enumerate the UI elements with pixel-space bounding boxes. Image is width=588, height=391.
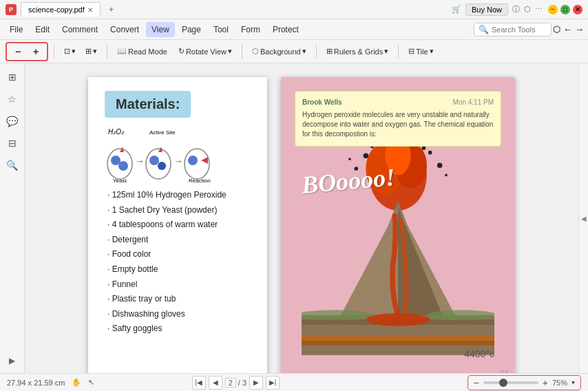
list-item: Empty bottle [105, 262, 253, 277]
materials-title: Materials: [105, 91, 191, 118]
rulers-dropdown-icon: ▾ [384, 47, 388, 56]
title-bar: P science-copy.pdf ✕ + 🛒 Buy Now ⓘ ⬡ ⋯ −… [0, 0, 588, 19]
readmode-icon: 📖 [117, 47, 127, 56]
forward-icon[interactable]: → [575, 24, 584, 34]
list-item: Food color [105, 247, 253, 262]
rulers-label: Rulers & Grids [334, 47, 384, 56]
read-mode-btn[interactable]: 📖 Read Mode [113, 45, 171, 58]
info-icon: ⓘ [512, 4, 520, 14]
svg-text:→: → [174, 156, 183, 167]
tab-close-btn[interactable]: ✕ [87, 6, 93, 14]
comment-header: Brook Wells Mon 4:11 PM [302, 98, 494, 106]
toolbar-separator-4 [316, 45, 317, 59]
active-tab[interactable]: science-copy.pdf ✕ [21, 2, 101, 17]
pdf-scroll-area[interactable]: Materials: H₂O₂ Active Site Yeast → [25, 63, 578, 373]
zoom-in-status-btn[interactable]: + [543, 377, 548, 388]
new-tab-btn[interactable]: + [105, 3, 118, 17]
page-number: 03 [501, 370, 508, 373]
svg-point-25 [437, 163, 442, 168]
zoom-in-btn[interactable]: + [28, 45, 44, 59]
right-sidebar-toggle[interactable]: ◀ [578, 63, 588, 373]
menu-comment[interactable]: Comment [56, 22, 103, 37]
buy-now-btn[interactable]: Buy Now [465, 3, 508, 16]
sidebar-item-pages[interactable]: ⊞ [4, 69, 21, 85]
cart-icon: 🛒 [452, 5, 461, 14]
minimize-btn[interactable]: − [548, 5, 558, 14]
pdf-page-left: Materials: H₂O₂ Active Site Yeast → [88, 77, 267, 373]
list-item: 4 tablespoons of warm water [105, 218, 253, 233]
sidebar-item-layers[interactable]: ⊟ [4, 135, 21, 151]
search-box[interactable]: 🔍 [474, 23, 552, 36]
list-item: Plastic tray or tub [105, 292, 253, 307]
sidebar-item-bookmarks[interactable]: ☆ [4, 91, 21, 107]
zoom-slider[interactable] [483, 381, 538, 384]
page-current-num[interactable]: 2 [225, 378, 236, 388]
title-bar-left: P science-copy.pdf ✕ + [6, 2, 118, 17]
tile-btn[interactable]: ⊟ Tile ▾ [404, 45, 437, 58]
last-page-btn[interactable]: ▶| [266, 376, 280, 390]
next-page-btn[interactable]: ▶ [249, 376, 263, 390]
zoom-dropdown-icon[interactable]: ▾ [571, 379, 575, 386]
share-ext-icon[interactable]: ⬡ [553, 24, 560, 34]
sidebar-collapse-btn[interactable]: ▶ [6, 354, 19, 368]
menu-page[interactable]: Page [176, 22, 207, 37]
zoom-out-btn[interactable]: − [10, 45, 26, 59]
fullscreen-icon: ⊞ [85, 47, 92, 56]
prev-page-btn[interactable]: ◀ [209, 376, 222, 390]
sidebar-item-comments[interactable]: 💬 [4, 113, 21, 129]
current-page: 2 / 3 [225, 379, 246, 387]
rotate-dropdown-icon: ▾ [228, 47, 232, 56]
svg-point-10 [158, 162, 166, 170]
rotate-icon: ↻ [178, 47, 185, 56]
first-page-btn[interactable]: |◀ [192, 376, 206, 390]
svg-point-14 [188, 156, 198, 165]
molecule-diagram: H₂O₂ Active Site Yeast → [105, 126, 215, 188]
svg-point-22 [364, 154, 368, 158]
background-label: Background [260, 47, 301, 56]
volcano-container [295, 118, 501, 373]
sidebar-item-search[interactable]: 🔍 [4, 157, 21, 173]
bg-icon: ⬡ [252, 47, 259, 56]
tile-icon: ⊟ [408, 47, 414, 56]
comment-author: Brook Wells [302, 98, 342, 106]
menu-tool[interactable]: Tool [208, 22, 234, 37]
menu-convert[interactable]: Convert [105, 22, 145, 37]
rotate-view-btn[interactable]: ↻ Rotate View ▾ [174, 45, 236, 58]
list-item: Funnel [105, 277, 253, 293]
menu-edit[interactable]: Edit [30, 22, 55, 37]
svg-point-27 [422, 146, 426, 150]
back-icon[interactable]: ← [563, 24, 572, 34]
rotate-label: Rotate View [186, 47, 227, 56]
menu-protect[interactable]: Protect [267, 22, 304, 37]
tile-dropdown-icon: ▾ [430, 47, 434, 56]
cursor-icon[interactable]: ↖ [88, 378, 94, 387]
search-input[interactable] [492, 25, 547, 34]
svg-text:Active Site: Active Site [149, 129, 176, 136]
full-screen-btn[interactable]: ⊞ ▾ [81, 45, 101, 58]
app-icon: P [6, 4, 17, 15]
fit-page-btn[interactable]: ⊡ ▾ [60, 45, 80, 58]
svg-marker-15 [201, 157, 208, 164]
list-item: 1 Sachet Dry Yeast (powder) [105, 203, 253, 218]
rulers-grids-btn[interactable]: ⊞ Rulers & Grids ▾ [322, 45, 393, 58]
background-btn[interactable]: ⬡ Background ▾ [248, 45, 311, 58]
menu-bar: File Edit Comment Convert View Page Tool… [0, 19, 588, 40]
list-item: Dishwashing gloves [105, 307, 253, 322]
comment-time: Mon 4:11 PM [453, 98, 494, 106]
close-btn[interactable]: ✕ [573, 5, 582, 14]
svg-text:→: → [135, 156, 145, 167]
zoom-out-status-btn[interactable]: − [474, 377, 479, 388]
menu-form[interactable]: Form [235, 22, 266, 37]
toolbar-separator-1 [54, 45, 54, 59]
hand-tool-icon[interactable]: ✋ [72, 378, 81, 387]
fit-icon: ⊡ [64, 47, 70, 56]
status-bar: 27.94 x 21.59 cm ✋ ↖ |◀ ◀ 2 / 3 ▶ ▶| − +… [0, 373, 588, 391]
bg-dropdown-icon: ▾ [302, 47, 306, 56]
maximize-btn[interactable]: □ [560, 5, 570, 14]
comment-box: Brook Wells Mon 4:11 PM Hydrogen peroxid… [295, 91, 501, 147]
menu-view[interactable]: View [146, 22, 175, 37]
share-icon: ⬡ [524, 5, 531, 14]
svg-point-4 [118, 161, 128, 171]
menu-file[interactable]: File [4, 22, 28, 37]
page-dimensions: 27.94 x 21.59 cm [7, 379, 65, 387]
